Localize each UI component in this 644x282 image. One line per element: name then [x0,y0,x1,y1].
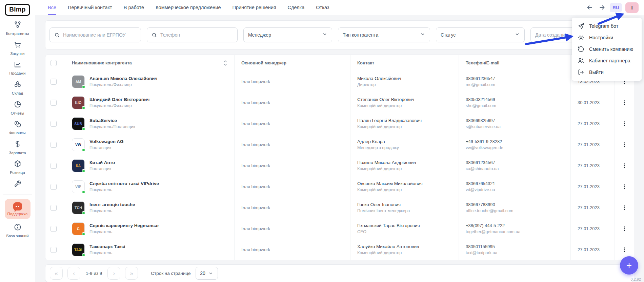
table-row[interactable]: КА Китай Авто Поставщик Ілля bimpwork По… [45,155,634,176]
avatar: VW [72,138,85,151]
row-menu-button[interactable] [620,203,629,212]
row-menu-button[interactable] [620,119,629,128]
row-checkbox[interactable] [51,205,57,211]
sidebar-item-warehouse[interactable]: Склад [2,80,33,96]
sidebar-item-retail[interactable]: Розница [2,160,33,175]
app-logo: Bimp [5,4,30,16]
avatar-text: КА [76,164,81,168]
select-all-checkbox[interactable] [51,60,57,66]
sidebar-item-sales[interactable]: Продажи [2,60,33,76]
first-page-button[interactable]: « [50,267,63,280]
sidebar-item-purchases[interactable]: Закупки [2,41,33,56]
sidebar-item-counterparties[interactable]: Контрагенты [2,21,33,36]
menu-item-logout[interactable]: Выйти [572,66,642,78]
row-menu-button[interactable] [620,224,629,233]
sidebar-item-reports[interactable]: Отчеты [2,100,33,116]
tab-all[interactable]: Все [48,0,56,15]
avatar-text: G [77,227,80,231]
manager-name: Ілля bimpwork [241,121,270,126]
table-row[interactable]: TCH Івент агенція touche Покупатель Ілля… [45,197,634,218]
table-header: Наименование контрагента Основной менедж… [45,55,634,71]
table-row[interactable]: VIP Служба елітного таксі VIPdrive Покуп… [45,176,634,197]
sidebar-item-salary[interactable]: Зарплата [2,140,33,155]
row-menu-button[interactable] [620,161,629,170]
kebab-icon [621,100,627,106]
menu-item-switch-company[interactable]: Сменить компанию [572,43,642,55]
search-phone-field[interactable] [147,27,238,42]
row-checkbox[interactable] [51,100,57,106]
column-header-phone: Телефон/E-mail [459,55,570,71]
back-button[interactable] [585,3,594,12]
avatar: TCH [72,201,85,214]
wrench-icon [14,180,22,189]
email: vw@volkswagen.de [466,145,503,150]
row-checkbox[interactable] [51,247,57,253]
prev-page-button[interactable]: ‹ [67,267,80,280]
contact-title: Коменційний директор [357,250,402,255]
sidebar-item-tools[interactable] [2,180,33,189]
counterparty-type: Покупатель/Поставщик [89,124,135,129]
table-row[interactable]: АМ Ананьев Микола Олексійович Покупатель… [45,71,634,92]
row-menu-button[interactable] [620,245,629,254]
table-row[interactable]: SUB SubaService Покупатель/Поставщик Ілл… [45,113,634,134]
row-menu-button[interactable] [620,140,629,149]
tab-decision[interactable]: Принятие решения [233,0,276,15]
counterparty-type: Покупатель/Физ.лицо [89,103,149,108]
forward-button[interactable] [598,3,606,12]
tab-refusal[interactable]: Отказ [316,0,329,15]
search-name-input[interactable] [63,32,136,38]
user-menu: Telegram бот Настройки Сменить компанию … [572,18,642,81]
column-header-name: Наименование контрагента [72,60,132,65]
online-status-dot [82,190,85,194]
language-button[interactable]: RU [610,3,622,12]
search-phone-input[interactable] [160,32,233,38]
tab-deal[interactable]: Сделка [288,0,305,15]
counterparty-type: Поставщик [89,145,124,150]
sidebar-item-support[interactable]: Поддержка [5,199,31,219]
tab-first-contact[interactable]: Первичный контакт [68,0,112,15]
email: taxi@taxipark.ua [466,250,497,255]
row-menu-button[interactable] [620,182,629,191]
row-checkbox[interactable] [51,163,57,169]
next-page-button[interactable]: › [107,267,120,280]
counterparties-table: Наименование контрагента Основной менедж… [45,55,634,260]
menu-item-partner-cabinet[interactable]: Кабинет партнера [572,55,642,66]
counterparty-name: SubaService [89,118,135,123]
menu-item-telegram-bot[interactable]: Telegram бот [572,20,642,32]
search-name-field[interactable] [49,27,141,42]
add-counterparty-button[interactable]: + [620,256,638,275]
table-row[interactable]: ШО Швидкий Олег Вікторович Покупатель/Фи… [45,92,634,113]
counterparty-type: Покупатель/Физ.лицо [89,82,157,87]
sidebar-item-label: Зарплата [9,151,26,155]
row-checkbox[interactable] [51,184,57,190]
page-size-select[interactable]: 20 [196,267,218,280]
kebab-icon [621,205,627,211]
row-checkbox[interactable] [51,142,57,148]
page-range: 1-9 из 9 [86,271,102,276]
row-checkbox[interactable] [51,79,57,85]
tab-in-progress[interactable]: В работе [124,0,144,15]
status-select[interactable]: Статус [436,27,525,42]
menu-item-settings[interactable]: Настройки [572,32,642,43]
row-menu-button[interactable] [620,98,629,107]
contact-title: Комерційний директор [357,124,402,129]
manager-select[interactable]: Менеджер [243,27,332,42]
sidebar-item-knowledge-base[interactable]: База знаний [2,223,33,238]
contact-name: Овсянко Максим Миколайович [357,181,423,186]
last-page-button[interactable]: » [125,267,138,280]
phone-number: 380501155995 [466,244,495,249]
kebab-icon [621,184,627,190]
user-avatar-button[interactable]: I [625,2,639,13]
table-row[interactable]: VW Volkswagen AG Поставщик Ілля bimpwork… [45,134,634,155]
row-checkbox[interactable] [51,121,57,127]
table-row[interactable]: TAXI Таксопарк Таксі Покупатель Ілля bim… [45,239,634,260]
sort-icon[interactable] [223,60,228,66]
counterparty-type-select[interactable]: Тип контрагента [338,27,430,42]
sidebar-item-finance[interactable]: Финансы [2,120,33,135]
email: mo@gmail.com [466,82,495,87]
row-checkbox[interactable] [51,226,57,232]
tab-commercial-offer[interactable]: Коммерческое предложение [156,0,221,15]
arrow-left-icon [586,4,593,11]
online-status-dot [82,211,85,215]
table-row[interactable]: G Сервіс каршерингу Hegmancar Покупатель… [45,218,634,239]
